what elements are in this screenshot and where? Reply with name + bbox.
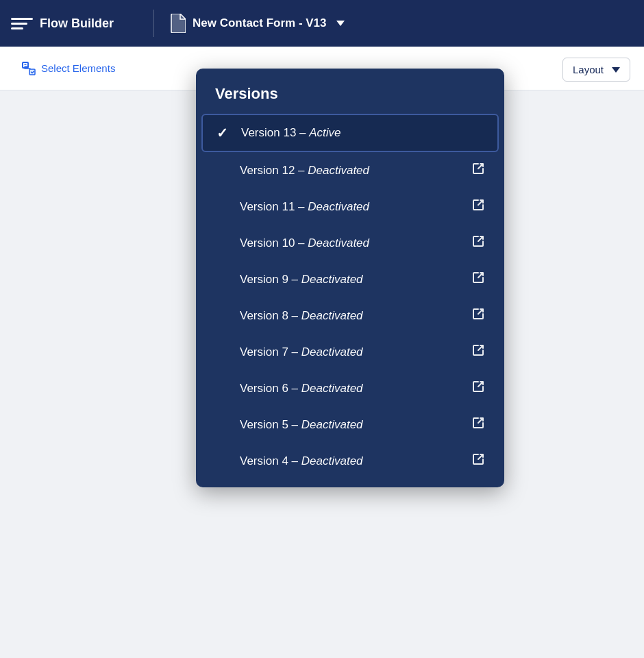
version-item-4[interactable]: Version 4 – Deactivated xyxy=(196,443,504,479)
version-item-12[interactable]: Version 12 – Deactivated xyxy=(196,152,504,188)
layout-chevron-icon xyxy=(612,67,620,73)
external-link-icon xyxy=(471,416,485,433)
external-link-icon xyxy=(471,271,485,288)
layout-button[interactable]: Layout xyxy=(562,58,630,82)
select-elements-button[interactable]: Select Elements xyxy=(14,56,123,81)
external-link-icon xyxy=(471,234,485,252)
top-nav-bar: Flow Builder New Contact Form - V13 xyxy=(0,0,644,47)
version-item-10[interactable]: Version 10 – Deactivated xyxy=(196,225,504,261)
app-logo[interactable]: Flow Builder xyxy=(11,14,148,33)
external-link-icon xyxy=(471,307,485,324)
version-item-6[interactable]: Version 6 – Deactivated xyxy=(196,370,504,406)
select-elements-icon xyxy=(22,62,36,75)
version-label: Version 4 – Deactivated xyxy=(215,454,463,468)
version-label: Version 10 – Deactivated xyxy=(215,236,463,250)
document-title: New Contact Form - V13 xyxy=(193,16,327,30)
version-item-5[interactable]: Version 5 – Deactivated xyxy=(196,406,504,443)
versions-title: Versions xyxy=(196,85,504,114)
versions-dropdown: Versions ✓ Version 13 – Active Version 1… xyxy=(196,69,504,487)
chevron-down-icon xyxy=(336,21,345,26)
version-label: Version 13 – Active xyxy=(241,126,484,140)
version-label: Version 9 – Deactivated xyxy=(215,273,463,287)
document-title-btn[interactable]: New Contact Form - V13 xyxy=(160,14,356,33)
version-item-9[interactable]: Version 9 – Deactivated xyxy=(196,261,504,297)
version-label: Version 8 – Deactivated xyxy=(215,309,463,323)
version-item-7[interactable]: Version 7 – Deactivated xyxy=(196,334,504,370)
version-item-8[interactable]: Version 8 – Deactivated xyxy=(196,297,504,334)
version-item-11[interactable]: Version 11 – Deactivated xyxy=(196,188,504,225)
external-link-icon xyxy=(471,162,485,179)
logo-icon xyxy=(11,14,33,33)
version-label: Version 11 – Deactivated xyxy=(215,200,463,214)
external-link-icon xyxy=(471,380,485,397)
version-label: Version 7 – Deactivated xyxy=(215,345,463,359)
external-link-icon xyxy=(471,452,485,470)
layout-label: Layout xyxy=(573,64,604,75)
check-icon: ✓ xyxy=(216,125,233,141)
version-item-active[interactable]: ✓ Version 13 – Active xyxy=(201,114,499,152)
app-name: Flow Builder xyxy=(40,16,114,31)
version-label: Version 12 – Deactivated xyxy=(215,164,463,178)
version-label: Version 6 – Deactivated xyxy=(215,382,463,395)
svg-rect-1 xyxy=(29,69,35,75)
version-label: Version 5 – Deactivated xyxy=(215,418,463,432)
svg-rect-0 xyxy=(23,62,28,68)
external-link-icon xyxy=(471,198,485,215)
document-icon xyxy=(171,14,186,33)
external-link-icon xyxy=(471,343,485,361)
select-elements-label: Select Elements xyxy=(41,62,115,74)
